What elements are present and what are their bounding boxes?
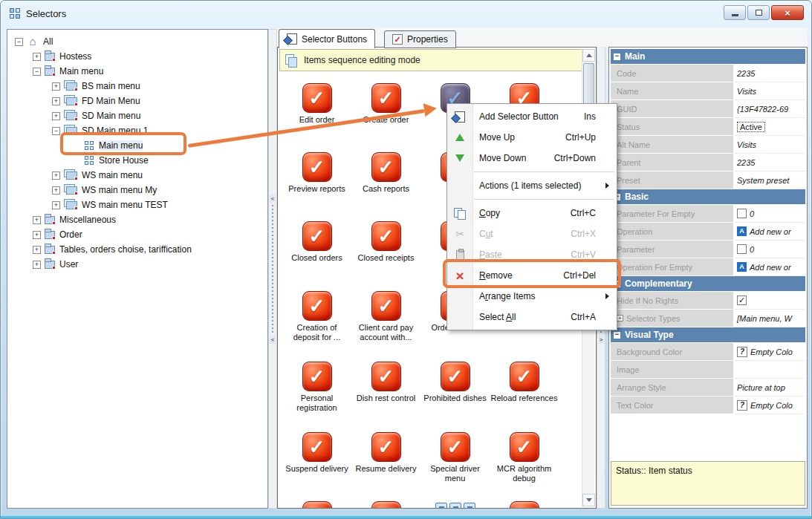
property-row-status[interactable]: Status Active	[611, 118, 805, 136]
property-row-text-color[interactable]: Text Color ?Empty Colo	[611, 396, 805, 414]
menu-item-actions[interactable]: Actions (1 items selected)	[447, 175, 617, 196]
expand-icon[interactable]: +	[52, 172, 60, 180]
collapse-icon[interactable]: −	[33, 68, 41, 76]
tree-item-sd-main-menu[interactable]: + SD Main menu	[7, 108, 267, 123]
section-header-basic[interactable]: − Basic	[611, 189, 805, 205]
restore-button[interactable]	[747, 5, 770, 20]
selector-button-cell[interactable]: Reload references	[490, 362, 559, 413]
menu-item-select-all[interactable]: Select All Ctrl+A	[447, 307, 617, 327]
property-label: Name	[611, 82, 734, 100]
property-row-background-color[interactable]: Background Color ?Empty Colo	[611, 343, 805, 361]
selector-button-cell[interactable]	[282, 501, 351, 509]
checkbox-unchecked[interactable]	[737, 244, 747, 254]
menu-item-copy[interactable]: Copy Ctrl+C	[447, 203, 617, 223]
selector-button-cell[interactable]: Cash reports	[351, 152, 420, 203]
menu-item-move-up[interactable]: Move Up Ctrl+Up	[447, 127, 617, 148]
selector-button-cell[interactable]: Prohibited dishes	[420, 362, 490, 413]
selector-button-cell[interactable]: Dish rest control	[351, 362, 420, 413]
collapse-right-icon[interactable]: >	[598, 336, 604, 344]
selector-button-cell[interactable]	[351, 501, 420, 509]
property-row-preset[interactable]: Preset System preset	[611, 172, 805, 189]
section-header-main[interactable]: − Main	[611, 49, 805, 65]
selector-button-cell[interactable]: Special driver menu	[420, 432, 490, 483]
splitter-grip[interactable]	[272, 205, 273, 334]
tree-item-main-menu-group[interactable]: − Main menu	[7, 64, 267, 79]
expand-icon[interactable]: +	[52, 201, 60, 209]
tree-item-fd-main-menu[interactable]: + FD Main Menu	[7, 94, 267, 108]
tab-properties[interactable]: ✓ Properties	[384, 30, 456, 48]
tree-item-hostess[interactable]: + Hostess	[7, 49, 267, 64]
expand-icon[interactable]: +	[52, 82, 60, 91]
selector-button-cell[interactable]: Preview reports	[282, 152, 351, 203]
selector-button-cell[interactable]: Suspend delivery	[282, 432, 351, 483]
expand-icon[interactable]: +	[33, 216, 41, 224]
menu-item-add-selector-button[interactable]: Add Selector Button Ins	[447, 106, 617, 127]
menu-item-move-down[interactable]: Move Down Ctrl+Down	[447, 148, 617, 169]
button-row: Suspend delivery Resume delivery Special…	[282, 432, 579, 483]
collapse-left-icon[interactable]: <	[270, 336, 276, 344]
tab-selector-buttons[interactable]: Selector Buttons	[279, 29, 375, 48]
expand-icon[interactable]: +	[52, 97, 60, 105]
tree-item-ws-main-menu-test[interactable]: + WS main menu TEST	[7, 198, 267, 212]
scroll-down-arrow[interactable]	[582, 494, 595, 506]
selector-button-cell[interactable]: Edit order	[282, 83, 351, 125]
property-row-arrange-style[interactable]: Arrange Style Picture at top	[611, 379, 805, 396]
tree-item-order[interactable]: + Order	[7, 227, 267, 242]
minimize-button[interactable]	[724, 5, 746, 20]
collapse-icon[interactable]: −	[614, 332, 620, 339]
selector-button-cell[interactable]	[490, 501, 559, 509]
selector-button-label: Cash reports	[363, 184, 409, 194]
tree-splitter[interactable]: < <	[268, 29, 277, 509]
tree-item-ws-main-menu-my[interactable]: + WS main menu My	[7, 183, 267, 198]
property-row-operation[interactable]: Operation AAdd new or	[611, 223, 805, 241]
property-row-operation-for-empty[interactable]: Operation For Empty AAdd new or	[611, 258, 805, 276]
expand-icon[interactable]: +	[33, 261, 41, 269]
checkbox-unchecked[interactable]	[737, 209, 747, 218]
property-row-parent[interactable]: Parent 2235	[611, 154, 805, 172]
selector-button-cell[interactable]: Creation of deposit for ...	[282, 291, 351, 342]
menu-separator	[474, 172, 614, 172]
tree-item-store-house[interactable]: Store House	[7, 153, 267, 168]
tree-item-miscellaneous[interactable]: + Miscellaneous	[7, 212, 267, 227]
selector-button-cell[interactable]: MCR algorithm debug	[490, 432, 559, 483]
property-row-parameter-for-empty[interactable]: Parameter For Empty 0	[611, 205, 805, 223]
selector-button-cell[interactable]: Resume delivery	[351, 432, 420, 483]
checkbox-checked[interactable]: ✓	[737, 296, 747, 305]
tree-item-tables[interactable]: + Tables, orders choise, tariffication	[7, 242, 267, 257]
property-row-name[interactable]: Name Visits	[611, 82, 805, 100]
property-row-guid[interactable]: GUID {13F47822-69	[611, 100, 805, 118]
collapse-icon[interactable]: −	[15, 38, 23, 46]
selector-button-cell[interactable]: Closed receipts	[351, 221, 420, 272]
tree-item-bs-main-menu[interactable]: + BS main menu	[7, 79, 267, 94]
expand-icon[interactable]: +	[33, 231, 41, 239]
expand-icon[interactable]: +	[33, 53, 41, 61]
property-row-image[interactable]: Image	[611, 361, 805, 379]
expand-icon[interactable]: +	[617, 315, 623, 321]
title-bar[interactable]: Selectors ×	[1, 1, 811, 26]
collapse-icon[interactable]: −	[614, 53, 620, 60]
collapse-left-icon[interactable]: <	[270, 195, 276, 203]
section-header-visual-type[interactable]: − Visual Type	[611, 327, 805, 343]
expand-icon[interactable]: +	[33, 246, 41, 254]
close-button[interactable]: ×	[771, 5, 804, 20]
tree-item-user[interactable]: + User	[7, 257, 267, 272]
selector-button-cell[interactable]: Client card pay account with...	[351, 291, 420, 342]
expand-icon[interactable]: +	[52, 186, 60, 195]
menu-item-arrange-items[interactable]: Arrange Items	[447, 286, 617, 307]
property-row-alt-name[interactable]: Alt Name Visits	[611, 136, 805, 154]
property-row-hide-if-no-rights[interactable]: Hide If No Rights ✓	[611, 292, 805, 310]
section-header-complementary[interactable]: − Complementary	[611, 276, 805, 292]
status-value-editor[interactable]: Active	[737, 122, 765, 132]
collapse-icon[interactable]: −	[52, 127, 60, 135]
tree-item-all[interactable]: − ⌂ All	[7, 34, 267, 49]
tree-item-ws-main-menu[interactable]: + WS main menu	[7, 168, 267, 183]
property-row-parameter[interactable]: Parameter 0	[611, 241, 805, 258]
selector-button-cell[interactable]	[420, 501, 490, 509]
expand-icon[interactable]: +	[52, 112, 60, 120]
scrollbar-thumb[interactable]	[583, 63, 594, 105]
property-row-code[interactable]: Code 2235	[611, 65, 805, 82]
scroll-up-arrow[interactable]	[582, 49, 595, 62]
selector-button-cell[interactable]: Closed orders	[282, 221, 351, 272]
property-row-selector-types[interactable]: +Selector Types [Main menu, W	[611, 310, 805, 327]
selector-button-cell[interactable]: Personal registration	[282, 362, 351, 413]
